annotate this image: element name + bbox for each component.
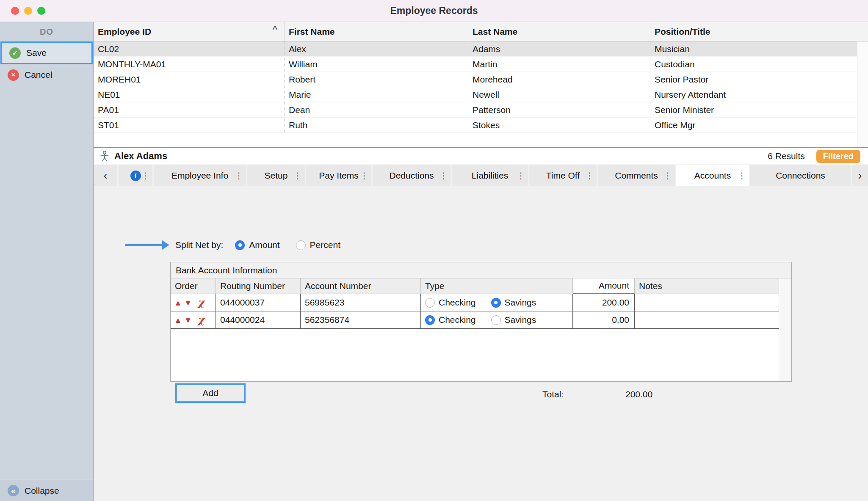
- kebab-menu-icon[interactable]: ⋮: [517, 171, 525, 181]
- table-row[interactable]: CL02 Alex Adams Musician: [94, 41, 868, 57]
- table-scrollbar[interactable]: [857, 41, 868, 147]
- table-row[interactable]: MOREH01 Robert Morehead Senior Pastor: [94, 72, 868, 87]
- kebab-menu-icon[interactable]: ⋮: [738, 171, 746, 181]
- collapse-button[interactable]: « Collapse: [0, 480, 93, 501]
- split-net-label: Split Net by:: [175, 240, 223, 250]
- bank-table-scrollbar[interactable]: [779, 278, 791, 381]
- tabs-scroll-right-button[interactable]: ›: [852, 165, 868, 186]
- move-down-icon[interactable]: ▼: [184, 299, 192, 307]
- kebab-menu-icon[interactable]: ⋮: [235, 171, 243, 181]
- column-header-position-title[interactable]: Position/Title: [650, 22, 857, 41]
- close-window-button[interactable]: [11, 7, 19, 15]
- bank-table-header: Order Routing Number Account Number Type…: [171, 278, 779, 294]
- save-button[interactable]: ✓ Save: [0, 41, 93, 64]
- order-cell: ▲ ▼ χ: [171, 294, 216, 311]
- cell-employee-id: PA01: [94, 102, 285, 117]
- window-title: Employee Records: [0, 5, 868, 17]
- radio-amount[interactable]: [235, 240, 245, 250]
- column-header-first-name[interactable]: First Name: [285, 22, 468, 41]
- check-icon: ✓: [9, 47, 21, 59]
- cell-first-name: William: [285, 57, 468, 72]
- notes-field[interactable]: [635, 294, 779, 311]
- amount-field[interactable]: 200.00: [573, 294, 635, 311]
- table-row[interactable]: ST01 Ruth Stokes Office Mgr: [94, 118, 868, 133]
- table-row[interactable]: NE01 Marie Newell Nursery Attendant: [94, 87, 868, 102]
- minimize-window-button[interactable]: [24, 7, 32, 15]
- split-by-amount-option[interactable]: Amount: [235, 240, 279, 250]
- account-type-cell: Checking Savings: [421, 311, 573, 328]
- cell-employee-id: MOREH01: [94, 72, 285, 87]
- radio-percent[interactable]: [296, 240, 306, 250]
- tab-record-info[interactable]: i ⋮: [119, 165, 152, 186]
- cancel-button-label: Cancel: [25, 70, 52, 80]
- bank-column-order[interactable]: Order: [171, 278, 216, 294]
- account-number-field[interactable]: 56985623: [301, 294, 421, 311]
- routing-number-field[interactable]: 044000024: [216, 311, 301, 328]
- kebab-menu-icon[interactable]: ⋮: [585, 171, 594, 181]
- tab-accounts[interactable]: Accounts ⋮: [676, 165, 749, 186]
- savings-option[interactable]: Savings: [491, 297, 536, 308]
- split-by-percent-option[interactable]: Percent: [296, 240, 340, 250]
- cell-last-name: Newell: [468, 87, 650, 102]
- radio-checking[interactable]: [425, 298, 435, 308]
- delete-row-icon[interactable]: χ: [198, 315, 205, 325]
- tab-connections[interactable]: Connections: [750, 165, 851, 186]
- cell-employee-id: MONTHLY-MA01: [94, 57, 285, 72]
- sidebar: DO ✓ Save × Cancel « Collapse: [0, 22, 94, 501]
- tab-deductions[interactable]: Deductions ⋮: [373, 165, 451, 186]
- move-up-icon[interactable]: ▲: [174, 299, 182, 307]
- cell-first-name: Ruth: [285, 118, 468, 132]
- column-header-employee-id[interactable]: Employee ID ^: [94, 22, 285, 41]
- kebab-menu-icon[interactable]: ⋮: [141, 171, 149, 181]
- radio-checking[interactable]: [425, 315, 435, 325]
- zoom-window-button[interactable]: [37, 7, 45, 15]
- tab-comments[interactable]: Comments ⋮: [598, 165, 675, 186]
- amount-field[interactable]: 0.00: [573, 311, 635, 328]
- bank-column-routing[interactable]: Routing Number: [216, 278, 301, 294]
- tab-liabilities[interactable]: Liabilities ⋮: [452, 165, 528, 186]
- account-number-field[interactable]: 562356874: [301, 311, 421, 328]
- table-row[interactable]: MONTHLY-MA01 William Martin Custodian: [94, 57, 868, 72]
- radio-savings[interactable]: [491, 298, 501, 308]
- selected-record-name: Alex Adams: [114, 151, 167, 162]
- cancel-button[interactable]: × Cancel: [0, 64, 93, 85]
- bank-account-row[interactable]: ▲ ▼ χ 044000024 562356874 Checking: [171, 311, 779, 329]
- bank-column-notes[interactable]: Notes: [635, 278, 779, 294]
- savings-option[interactable]: Savings: [491, 315, 536, 325]
- add-account-button[interactable]: Add: [177, 385, 244, 402]
- delete-row-icon[interactable]: χ: [198, 297, 205, 308]
- bank-column-type[interactable]: Type: [421, 278, 573, 294]
- cell-last-name: Martin: [468, 57, 650, 72]
- cell-position: Office Mgr: [650, 118, 857, 132]
- kebab-menu-icon[interactable]: ⋮: [663, 171, 672, 181]
- tab-setup[interactable]: Setup ⋮: [247, 165, 305, 186]
- tab-employee-info[interactable]: Employee Info ⋮: [154, 165, 246, 186]
- tab-time-off[interactable]: Time Off ⋮: [529, 165, 597, 186]
- sort-ascending-icon[interactable]: ^: [273, 24, 277, 36]
- cell-position: Musician: [650, 41, 857, 56]
- checking-option[interactable]: Checking: [425, 315, 476, 325]
- routing-number-field[interactable]: 044000037: [216, 294, 301, 311]
- bank-account-information-group: Bank Account Information Order Routing N…: [170, 262, 792, 382]
- radio-savings[interactable]: [491, 315, 501, 325]
- column-header-last-name[interactable]: Last Name: [468, 22, 650, 41]
- kebab-menu-icon[interactable]: ⋮: [360, 171, 368, 181]
- move-up-icon[interactable]: ▲: [174, 316, 182, 324]
- results-count: 6 Results: [768, 151, 805, 161]
- tab-strip: ‹ i ⋮ Employee Info ⋮ Setup ⋮ Pay Items …: [94, 165, 868, 186]
- filtered-badge[interactable]: Filtered: [816, 150, 860, 163]
- checking-option[interactable]: Checking: [425, 297, 476, 308]
- kebab-menu-icon[interactable]: ⋮: [293, 171, 302, 181]
- kebab-menu-icon[interactable]: ⋮: [439, 171, 448, 181]
- bank-account-row[interactable]: ▲ ▼ χ 044000037 56985623 Checking: [171, 294, 779, 311]
- tab-pay-items[interactable]: Pay Items ⋮: [306, 165, 371, 186]
- cell-last-name: Morehead: [468, 72, 650, 87]
- cell-last-name: Adams: [468, 41, 650, 56]
- table-row[interactable]: PA01 Dean Patterson Senior Minister: [94, 102, 868, 118]
- move-down-icon[interactable]: ▼: [184, 316, 192, 324]
- bank-account-table: Order Routing Number Account Number Type…: [171, 278, 779, 381]
- bank-column-account[interactable]: Account Number: [301, 278, 421, 294]
- notes-field[interactable]: [635, 311, 779, 328]
- bank-column-amount[interactable]: Amount: [573, 278, 635, 294]
- tabs-scroll-left-button[interactable]: ‹: [94, 165, 117, 186]
